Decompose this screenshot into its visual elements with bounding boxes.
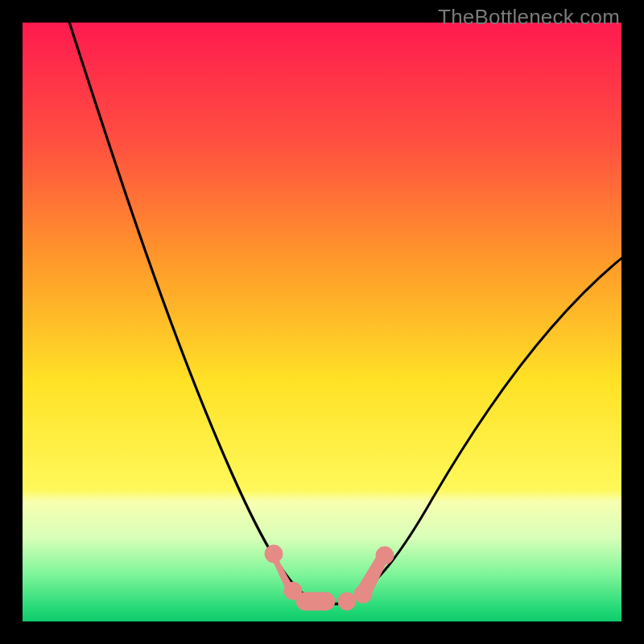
svg-point-6: [376, 547, 394, 564]
svg-rect-4: [338, 592, 356, 610]
marker-group: [265, 545, 394, 610]
svg-point-1: [265, 545, 283, 563]
svg-point-5: [354, 585, 372, 603]
svg-rect-3: [296, 592, 335, 610]
chart-curves: [23, 23, 621, 621]
chart-frame: [23, 23, 621, 621]
curve-left: [67, 23, 312, 601]
watermark-text: TheBottleneck.com: [438, 5, 620, 30]
